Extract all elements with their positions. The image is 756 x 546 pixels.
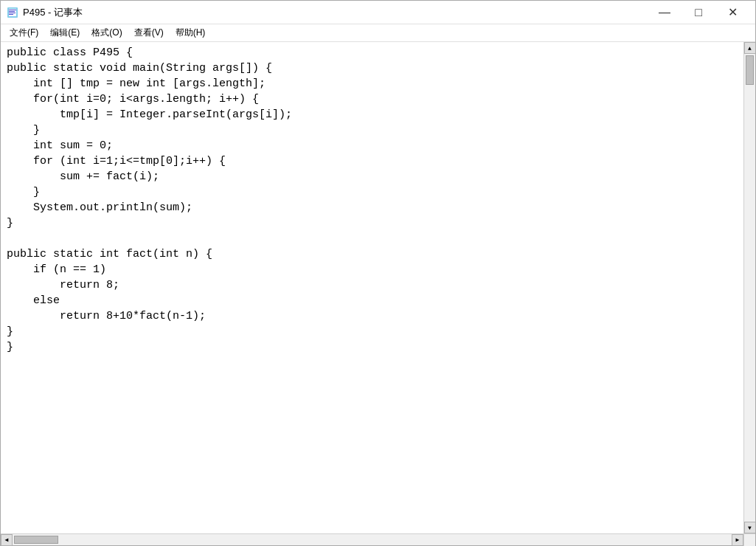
vertical-scrollbar[interactable]: ▲ ▼ [743,42,755,533]
window-controls: — □ ✕ [648,1,749,24]
svg-rect-3 [9,11,15,12]
maximize-button[interactable]: □ [682,1,715,24]
code-editor[interactable]: public class P495 { public static void m… [1,42,743,533]
scroll-right-button[interactable]: ▶ [732,534,743,546]
scrollbar-corner [743,534,755,546]
minimize-button[interactable]: — [648,1,682,24]
horizontal-scrollbar[interactable]: ◀ ▶ [1,534,743,545]
horizontal-scrollbar-container: ◀ ▶ [1,533,755,545]
svg-rect-2 [9,10,16,10]
menu-bar: 文件(F) 编辑(E) 格式(O) 查看(V) 帮助(H) [1,24,755,42]
menu-file[interactable]: 文件(F) [4,25,44,41]
menu-help[interactable]: 帮助(H) [170,25,212,41]
editor-area: public class P495 { public static void m… [1,42,755,533]
close-button[interactable]: ✕ [715,1,749,24]
menu-format[interactable]: 格式(O) [86,25,128,41]
window-title: P495 - 记事本 [23,6,648,19]
svg-rect-4 [9,13,15,13]
scroll-thumb-v[interactable] [746,55,754,85]
main-window: P495 - 记事本 — □ ✕ 文件(F) 编辑(E) 格式(O) 查看(V)… [0,0,756,546]
menu-view[interactable]: 查看(V) [128,25,170,41]
scroll-thumb-h[interactable] [14,536,58,544]
scroll-track-v[interactable] [744,54,755,522]
title-bar: P495 - 记事本 — □ ✕ [1,1,755,24]
scroll-down-button[interactable]: ▼ [744,522,756,533]
menu-edit[interactable]: 编辑(E) [44,25,86,41]
scroll-left-button[interactable]: ◀ [1,534,13,546]
scroll-up-button[interactable]: ▲ [744,42,756,54]
scroll-track-h[interactable] [13,534,732,545]
svg-rect-5 [9,14,13,15]
app-icon [7,7,18,18]
